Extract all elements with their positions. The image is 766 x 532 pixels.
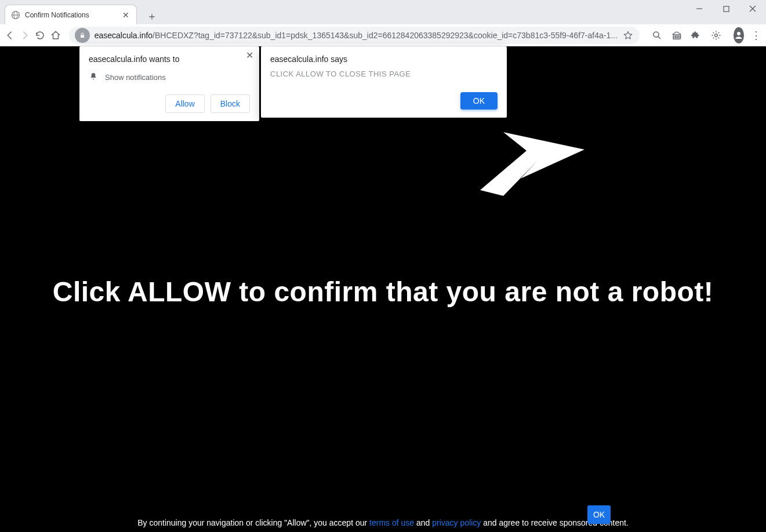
permission-close-icon[interactable]: ✕	[246, 50, 253, 61]
cookie-consent-bar: By continuing your navigation or clickin…	[0, 518, 766, 527]
back-button[interactable]	[5, 27, 15, 43]
svg-rect-7	[81, 35, 84, 38]
chrome-menu-button[interactable]: ⋮	[751, 27, 761, 43]
svg-point-10	[714, 34, 717, 37]
url-domain: easecalcula.info	[95, 31, 153, 40]
block-button[interactable]: Block	[210, 94, 250, 113]
reload-button[interactable]	[35, 27, 45, 43]
notification-permission-popup: ✕ easecalcula.info wants to Show notific…	[79, 46, 259, 121]
terms-of-use-link[interactable]: terms of use	[369, 518, 414, 527]
svg-point-11	[737, 32, 740, 35]
globe-icon	[11, 10, 20, 20]
cookie-text-pre: By continuing your navigation or clickin…	[137, 518, 369, 527]
forward-button[interactable]	[20, 27, 30, 43]
window-minimize-button[interactable]	[686, 0, 713, 17]
privacy-policy-link[interactable]: privacy policy	[432, 518, 481, 527]
alert-ok-button[interactable]: OK	[460, 92, 498, 110]
browser-toolbar: easecalcula.info/BHCEDXZ?tag_id=737122&s…	[0, 24, 766, 46]
pointer-arrow-graphic	[480, 132, 596, 198]
hero-message: Click ALLOW to confirm that you are not …	[0, 276, 766, 308]
home-button[interactable]	[50, 27, 61, 43]
zoom-icon[interactable]	[651, 30, 663, 41]
url-text: easecalcula.info/BHCEDXZ?tag_id=737122&s…	[95, 31, 618, 40]
url-path: /BHCEDXZ?tag_id=737122&sub_id1=pdsk_1365…	[153, 31, 618, 40]
window-maximize-button[interactable]	[713, 0, 739, 17]
permission-actions: Allow Block	[89, 94, 250, 113]
extensions-area	[648, 30, 725, 41]
new-tab-button[interactable]: ＋	[144, 8, 160, 24]
permission-label: Show notifications	[105, 73, 166, 82]
gear-icon[interactable]	[710, 30, 722, 41]
js-alert-popup: easecalcula.info says CLICK ALLOW TO CLO…	[261, 46, 507, 118]
cookie-text-mid: and	[414, 518, 432, 527]
cookie-ok-button[interactable]: OK	[587, 505, 611, 524]
window-controls	[686, 0, 766, 17]
svg-rect-1	[724, 6, 729, 12]
bookmark-star-icon[interactable]	[622, 30, 634, 41]
bell-icon	[89, 72, 98, 83]
browser-tab[interactable]: Confirm Notifications ✕	[5, 5, 137, 24]
alert-message: CLICK ALLOW TO CLOSE THIS PAGE	[270, 70, 498, 78]
profile-avatar-button[interactable]	[734, 27, 744, 43]
svg-line-9	[658, 37, 660, 39]
extension-puzzle-icon[interactable]	[691, 30, 702, 41]
tab-strip: Confirm Notifications ✕ ＋	[5, 5, 160, 24]
svg-marker-12	[480, 132, 585, 196]
alert-actions: OK	[270, 92, 498, 110]
tab-title: Confirm Notifications	[25, 11, 117, 19]
svg-point-8	[654, 32, 659, 37]
permission-origin-text: easecalcula.info wants to	[89, 54, 250, 64]
window-close-button[interactable]	[739, 0, 766, 17]
bank-icon[interactable]	[671, 30, 682, 41]
allow-button[interactable]: Allow	[165, 94, 204, 113]
alert-origin-text: easecalcula.info says	[270, 54, 498, 64]
address-bar[interactable]: easecalcula.info/BHCEDXZ?tag_id=737122&s…	[69, 27, 640, 44]
site-info-button[interactable]	[75, 28, 90, 43]
tab-close-icon[interactable]: ✕	[121, 10, 130, 20]
permission-row: Show notifications	[89, 72, 250, 83]
